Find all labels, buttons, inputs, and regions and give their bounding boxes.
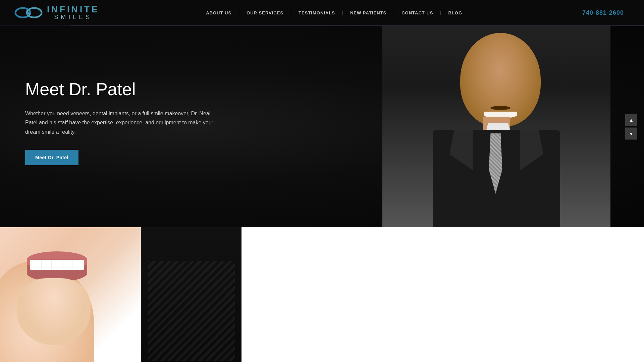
bottom-pattern: [148, 261, 235, 361]
nav-new-patients[interactable]: NEW PATIENTS: [343, 11, 394, 15]
lower-section: [0, 227, 644, 362]
logo-smiles: SMILES: [47, 14, 99, 21]
logo-infinite: INFINITE: [47, 5, 99, 14]
doctor-silhouette: [382, 26, 610, 227]
smile-image-area: [0, 227, 141, 362]
main-nav: ABOUT US OUR SERVICES TESTIMONIALS NEW P…: [199, 11, 470, 15]
hero-content: Meet Dr. Patel Whether you need veneers,…: [25, 80, 220, 165]
hero-description: Whether you need veneers, dental implant…: [25, 109, 220, 136]
logo-area: INFINITE SMILES: [13, 3, 99, 22]
site-header: INFINITE SMILES ABOUT US OUR SERVICES TE…: [0, 0, 644, 26]
logo-text: INFINITE SMILES: [47, 5, 99, 21]
hero-cta-button[interactable]: Meet Dr. Patel: [25, 150, 78, 165]
header-divider: [70, 25, 644, 25]
phone-number[interactable]: 740-881-2600: [582, 9, 624, 16]
nav-blog[interactable]: BLOG: [441, 11, 470, 15]
bottom-person-area: [141, 227, 241, 362]
scroll-up-arrow[interactable]: ▲: [625, 114, 637, 126]
hero-title: Meet Dr. Patel: [25, 80, 220, 99]
doctor-head: [460, 33, 541, 127]
scroll-down-arrow[interactable]: ▼: [625, 128, 637, 140]
nav-testimonials[interactable]: TESTIMONIALS: [291, 11, 343, 15]
scroll-arrows: ▲ ▼: [625, 114, 637, 140]
hero-section: Meet Dr. Patel Whether you need veneers,…: [0, 26, 644, 227]
nav-about-us[interactable]: ABOUT US: [199, 11, 239, 15]
nav-our-services[interactable]: OUR SERVICES: [239, 11, 291, 15]
doctor-image: [382, 26, 610, 227]
nav-contact-us[interactable]: CONTACT US: [394, 11, 441, 15]
logo-icon: [13, 3, 44, 22]
